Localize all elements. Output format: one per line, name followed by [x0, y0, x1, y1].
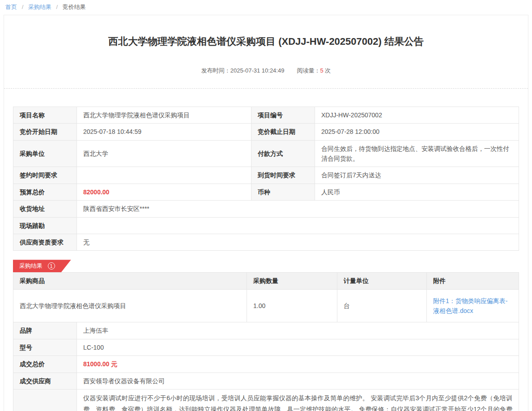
table-row: 项目名称 西北大学物理学院液相色谱仪采购项目 项目编号 XDJJ-HW-2025…	[13, 107, 519, 123]
info-value: XDJJ-HW-202507002	[315, 107, 519, 123]
info-value: 无	[77, 234, 519, 250]
info-label: 竞价截止日期	[251, 124, 315, 140]
column-header-product: 采购商品	[13, 273, 247, 289]
table-header-row: 采购商品 采购数量 计量单位 附件	[13, 273, 519, 289]
info-label: 付款方式	[251, 140, 315, 167]
publish-time-label: 发布时间：	[201, 67, 230, 74]
purchase-result-ribbon: 采购结果 1	[13, 260, 71, 272]
table-row: 质保及售后服务 仪器安装调试时应进行不少于6小时的现场培训，受培训人员应能掌握仪…	[13, 390, 519, 411]
info-value: 陕西省西安市长安区****	[77, 201, 519, 217]
result-attachment-cell: 附件1：货物类响应偏离表-液相色谱.docx	[427, 289, 519, 322]
info-label: 竞价开始日期	[13, 124, 77, 140]
info-value	[77, 217, 519, 234]
column-header-attachment: 附件	[427, 273, 519, 289]
warranty-service-text: 仪器安装调试时应进行不少于6小时的现场培训，受培训人员应能掌握仪器的基本操作及简…	[77, 390, 519, 411]
breadcrumb-separator: /	[56, 4, 58, 10]
table-row: 现场踏勘	[13, 217, 519, 234]
table-row: 收货地址 陕西省西安市长安区****	[13, 201, 519, 217]
page-title: 西北大学物理学院液相色谱仪采购项目 (XDJJ-HW-202507002) 结果…	[31, 35, 501, 49]
info-label: 采购单位	[13, 140, 77, 167]
table-row: 型号 LC-100	[13, 339, 519, 355]
views-unit: 次	[325, 67, 331, 74]
info-label: 收货地址	[13, 201, 77, 217]
table-row: 采购单位 西北大学 付款方式 合同生效后，待货物到达指定地点、安装调试验收合格后…	[13, 140, 519, 167]
breadcrumb-current-bidding-results: 竞价结果	[63, 4, 86, 10]
result-count-badge: 1	[48, 262, 55, 270]
info-value: 合同生效后，待货物到达指定地点、安装调试验收合格后，一次性付清合同货款。	[315, 140, 519, 167]
breadcrumb-link-home[interactable]: 首页	[5, 4, 17, 10]
info-label: 供应商资质要求	[13, 234, 77, 250]
announcement-header: 西北大学物理学院液相色谱仪采购项目 (XDJJ-HW-202507002) 结果…	[4, 15, 528, 89]
info-value: 2025-07-18 10:44:59	[77, 124, 251, 140]
info-value: 合同签订后7天内送达	[315, 167, 519, 184]
table-row: 成交供应商 西安领导者仪器设备有限公司	[13, 372, 519, 389]
purchase-result-table: 采购商品 采购数量 计量单位 附件 西北大学物理学院液相色谱仪采购项目 1.00…	[13, 272, 519, 322]
info-label: 预算总价	[13, 184, 77, 200]
detail-label: 质保及售后服务	[13, 390, 77, 411]
deal-total-price: 81000.00 元	[77, 356, 519, 372]
breadcrumb-separator: /	[22, 4, 24, 10]
info-value: 人民币	[315, 184, 519, 200]
info-label: 项目编号	[251, 107, 315, 123]
budget-total-price: 82000.00	[77, 184, 251, 200]
supplier-value: 西安领导者仪器设备有限公司	[77, 372, 519, 389]
column-header-unit: 计量单位	[337, 273, 427, 289]
views-label: 阅读量：	[297, 67, 320, 74]
detail-label: 成交供应商	[13, 372, 77, 389]
announcement-card: 西北大学物理学院液相色谱仪采购项目 (XDJJ-HW-202507002) 结果…	[4, 15, 528, 411]
table-row: 预算总价 82000.00 币种 人民币	[13, 184, 519, 200]
result-product: 西北大学物理学院液相色谱仪采购项目	[13, 289, 247, 322]
announcement-body: 项目名称 西北大学物理学院液相色谱仪采购项目 项目编号 XDJJ-HW-2025…	[4, 89, 528, 411]
views-count: 5	[320, 67, 323, 74]
info-value: 西北大学	[77, 140, 251, 167]
info-value: 西北大学物理学院液相色谱仪采购项目	[77, 107, 251, 123]
info-value	[77, 167, 251, 184]
result-quantity: 1.00	[247, 289, 337, 322]
brand-value: 上海伍丰	[77, 322, 519, 339]
breadcrumb-link-procurement-results[interactable]: 采购结果	[28, 4, 51, 10]
detail-label: 成交总价	[13, 356, 77, 372]
purchase-result-ribbon-label: 采购结果	[19, 262, 43, 269]
info-label: 现场踏勘	[13, 217, 77, 234]
project-info-table: 项目名称 西北大学物理学院液相色谱仪采购项目 项目编号 XDJJ-HW-2025…	[13, 107, 519, 251]
detail-label: 型号	[13, 339, 77, 355]
breadcrumb: 首页 / 采购结果 / 竞价结果	[0, 0, 532, 14]
table-row: 西北大学物理学院液相色谱仪采购项目 1.00 台 附件1：货物类响应偏离表-液相…	[13, 289, 519, 322]
table-row: 品牌 上海伍丰	[13, 322, 519, 339]
info-label: 币种	[251, 184, 315, 200]
info-value: 2025-07-28 12:00:00	[315, 124, 519, 140]
column-header-quantity: 采购数量	[247, 273, 337, 289]
info-label: 签约时间要求	[13, 167, 77, 184]
model-value: LC-100	[77, 339, 519, 355]
result-unit: 台	[337, 289, 427, 322]
table-row: 成交总价 81000.00 元	[13, 356, 519, 372]
table-row: 竞价开始日期 2025-07-18 10:44:59 竞价截止日期 2025-0…	[13, 124, 519, 140]
result-details-table: 品牌 上海伍丰 型号 LC-100 成交总价 81000.00 元 成交供应商 …	[13, 322, 519, 411]
publish-meta: 发布时间：2025-07-31 10:24:49阅读量：5 次	[31, 67, 501, 75]
table-row: 签约时间要求 到货时间要求 合同签订后7天内送达	[13, 167, 519, 184]
publish-time-value: 2025-07-31 10:24:49	[230, 67, 285, 74]
attachment-link[interactable]: 附件1：货物类响应偏离表-液相色谱.docx	[433, 297, 507, 314]
table-row: 供应商资质要求 无	[13, 234, 519, 250]
info-label: 项目名称	[13, 107, 77, 123]
info-label: 到货时间要求	[251, 167, 315, 184]
detail-label: 品牌	[13, 322, 77, 339]
